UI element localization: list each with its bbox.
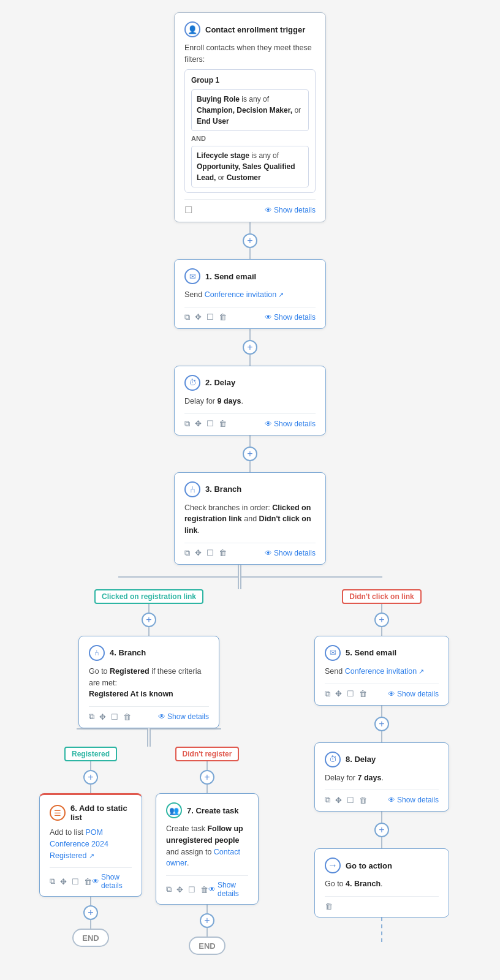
step4-header: ⑃ 4. Branch (89, 645, 209, 661)
step8-card: ⏱ 8. Delay Delay for 7 days. (314, 742, 449, 812)
add-btn-1[interactable]: + (243, 233, 257, 248)
eye-icon-2: 👁 (265, 420, 272, 428)
add-btn-didnt-register[interactable]: + (200, 770, 214, 785)
checkbox-icon-8[interactable]: ☐ (347, 796, 354, 805)
step5-link[interactable]: Conference invitation (345, 667, 425, 676)
step3-footer: ⧉ ✥ ☐ 🗑 👁 Show details (184, 543, 316, 558)
eye-icon-6: 👁 (92, 877, 99, 886)
move-icon-5[interactable]: ✥ (335, 689, 342, 698)
trigger-show-details[interactable]: 👁 Show details (265, 206, 316, 214)
v-line-left (238, 565, 239, 589)
step5-card: ✉ 5. Send email Send Conference invitati… (314, 636, 449, 706)
step2-actions: ⧉ ✥ ☐ 🗑 (184, 419, 227, 429)
move-icon[interactable]: ✥ (195, 312, 202, 322)
add-btn-3[interactable]: + (243, 447, 257, 461)
add-btn-right[interactable]: + (374, 612, 389, 627)
trigger-checkbox[interactable]: ☐ (184, 205, 192, 216)
move-icon-4[interactable]: ✥ (99, 712, 106, 722)
move-icon-7[interactable]: ✥ (176, 885, 183, 894)
add-btn-after8[interactable]: + (374, 823, 389, 837)
copy-icon[interactable]: ⧉ (184, 312, 190, 322)
step4-card: ⑃ 4. Branch Go to Registered if these cr… (78, 636, 219, 728)
step2-card: ⏱ 2. Delay Delay for 9 days. ⧉ ✥ ☐ 🗑 👁 (174, 366, 326, 435)
step1-header: ✉ 1. Send email (184, 268, 316, 284)
checkbox-icon-6[interactable]: ☐ (72, 877, 79, 886)
trash-icon-6[interactable]: 🗑 (84, 877, 92, 886)
branch-icon: ⑃ (184, 481, 200, 497)
copy-icon-2[interactable]: ⧉ (184, 419, 190, 429)
step1-link[interactable]: Conference invitation (205, 290, 284, 299)
sub-branch-cols: Registered + ☰ 6. Add to static (32, 747, 265, 955)
move-icon-3[interactable]: ✥ (195, 548, 202, 557)
add-btn-registered[interactable]: + (83, 770, 98, 785)
step4-show-details[interactable]: 👁 Show details (158, 712, 209, 721)
trash-icon-5[interactable]: 🗑 (359, 689, 367, 698)
add-btn-2[interactable]: + (243, 340, 257, 355)
step1-body: Send Conference invitation (184, 289, 316, 301)
step1-actions: ⧉ ✥ ☐ 🗑 (184, 312, 227, 322)
step2-header: ⏱ 2. Delay (184, 375, 316, 391)
step7-header: 👥 7. Create task (166, 802, 248, 818)
goto-header: → Go to action (325, 858, 439, 873)
clock-icon-8: ⏱ (325, 752, 341, 767)
trash-icon-2[interactable]: 🗑 (219, 419, 227, 428)
step1-show-details[interactable]: 👁 Show details (265, 313, 316, 322)
v-line (249, 355, 251, 366)
checkbox-icon[interactable]: ☐ (206, 312, 214, 322)
trash-icon-8[interactable]: 🗑 (359, 796, 367, 805)
goto-target: 4. Branch (346, 880, 381, 888)
goto-title: Go to action (346, 861, 392, 870)
checkbox-icon-5[interactable]: ☐ (347, 689, 354, 698)
checkbox-icon-3[interactable]: ☐ (206, 548, 214, 557)
copy-icon-7[interactable]: ⧉ (166, 884, 172, 894)
copy-icon-8[interactable]: ⧉ (325, 795, 330, 805)
checkbox-icon-4[interactable]: ☐ (111, 712, 118, 722)
v-line (249, 248, 251, 259)
end-plus-registered[interactable]: + (83, 905, 98, 920)
trash-icon-goto[interactable]: 🗑 (325, 902, 333, 911)
h-line-left (118, 576, 238, 578)
move-icon-2[interactable]: ✥ (195, 419, 202, 428)
step5-body: Send Conference invitation (325, 666, 439, 677)
step6-card: ☰ 6. Add to static list Add to list POM … (39, 793, 142, 897)
copy-icon-6[interactable]: ⧉ (50, 876, 55, 886)
step8-show-details[interactable]: 👁 Show details (388, 796, 439, 804)
step8-title: 8. Delay (346, 755, 376, 764)
step8-footer: ⧉ ✥ ☐ 🗑 👁 Show details (325, 790, 439, 805)
step2-body: Delay for 9 days. (184, 396, 316, 407)
trash-icon-3[interactable]: 🗑 (219, 548, 227, 557)
step3-show-details[interactable]: 👁 Show details (265, 549, 316, 557)
step1-card: ✉ 1. Send email Send Conference invitati… (174, 259, 326, 329)
trash-icon[interactable]: 🗑 (219, 312, 227, 322)
left-branch: Clicked on registration link + ⑃ 4. Bran… (32, 589, 265, 955)
step5-show-details[interactable]: 👁 Show details (388, 690, 439, 698)
step6-header: ☰ 6. Add to static list (50, 804, 132, 822)
copy-icon-5[interactable]: ⧉ (325, 689, 330, 699)
move-icon-8[interactable]: ✥ (335, 796, 342, 805)
step2-show-details[interactable]: 👁 Show details (265, 420, 316, 428)
trash-icon-7[interactable]: 🗑 (200, 885, 208, 894)
eye-icon-8: 👁 (388, 796, 395, 804)
filter-item-1: Buying Role is any of Champion, Decision… (191, 89, 309, 131)
end-plus-didnt-register[interactable]: + (200, 913, 214, 928)
step6-show-details[interactable]: 👁 Show details (92, 873, 132, 890)
copy-icon-3[interactable]: ⧉ (184, 548, 190, 558)
filter-group: Group 1 Buying Role is any of Champion, … (184, 69, 316, 194)
copy-icon-4[interactable]: ⧉ (89, 712, 94, 722)
step4-footer: ⧉ ✥ ☐ 🗑 👁 Show details (89, 706, 209, 722)
right-branch: Didn't click on link + ✉ 5. Send email (296, 589, 468, 955)
add-btn-left[interactable]: + (142, 612, 156, 627)
step7-body: Create task Follow up unregistered peopl… (166, 823, 248, 869)
trash-icon-4[interactable]: 🗑 (123, 712, 131, 722)
step2-title: 2. Delay (205, 378, 235, 387)
step5-title: 5. Send email (346, 648, 396, 657)
add-btn-after5[interactable]: + (374, 717, 389, 731)
move-icon-6[interactable]: ✥ (60, 877, 67, 886)
task-icon: 👥 (166, 802, 182, 818)
checkbox-icon-2[interactable]: ☐ (206, 419, 214, 428)
step4-title: 4. Branch (110, 648, 146, 657)
step7-show-details[interactable]: 👁 Show details (208, 881, 248, 898)
step3-card: ⑃ 3. Branch Check branches in order: Cli… (174, 472, 326, 565)
checkbox-icon-7[interactable]: ☐ (188, 885, 195, 894)
end-didnt-register: END (189, 937, 225, 955)
